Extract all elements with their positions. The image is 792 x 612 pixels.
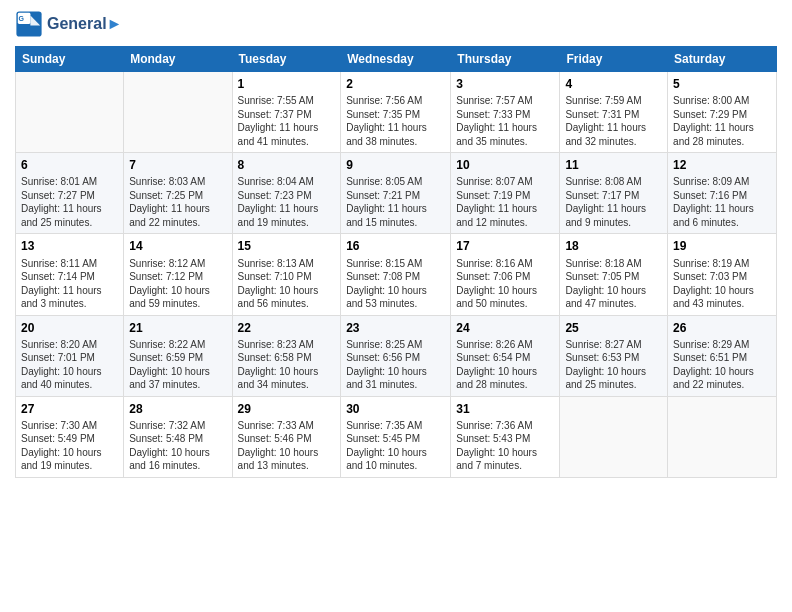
day-number: 18 [565,238,662,254]
day-number: 7 [129,157,226,173]
day-number: 22 [238,320,336,336]
weekday-header-wednesday: Wednesday [341,47,451,72]
day-info: Sunrise: 8:20 AM Sunset: 7:01 PM Dayligh… [21,338,118,392]
day-info: Sunrise: 7:30 AM Sunset: 5:49 PM Dayligh… [21,419,118,473]
day-info: Sunrise: 8:27 AM Sunset: 6:53 PM Dayligh… [565,338,662,392]
calendar-cell: 24Sunrise: 8:26 AM Sunset: 6:54 PM Dayli… [451,315,560,396]
calendar-week-1: 1Sunrise: 7:55 AM Sunset: 7:37 PM Daylig… [16,72,777,153]
day-number: 10 [456,157,554,173]
weekday-header-friday: Friday [560,47,668,72]
day-number: 24 [456,320,554,336]
calendar-cell: 4Sunrise: 7:59 AM Sunset: 7:31 PM Daylig… [560,72,668,153]
weekday-header-sunday: Sunday [16,47,124,72]
weekday-header-saturday: Saturday [668,47,777,72]
calendar-cell: 28Sunrise: 7:32 AM Sunset: 5:48 PM Dayli… [124,396,232,477]
day-number: 28 [129,401,226,417]
day-number: 15 [238,238,336,254]
logo-text: General► [47,15,122,33]
calendar-cell: 19Sunrise: 8:19 AM Sunset: 7:03 PM Dayli… [668,234,777,315]
calendar-cell: 27Sunrise: 7:30 AM Sunset: 5:49 PM Dayli… [16,396,124,477]
day-number: 9 [346,157,445,173]
day-number: 3 [456,76,554,92]
day-info: Sunrise: 8:05 AM Sunset: 7:21 PM Dayligh… [346,175,445,229]
day-number: 27 [21,401,118,417]
day-info: Sunrise: 7:57 AM Sunset: 7:33 PM Dayligh… [456,94,554,148]
calendar-week-2: 6Sunrise: 8:01 AM Sunset: 7:27 PM Daylig… [16,153,777,234]
day-info: Sunrise: 7:35 AM Sunset: 5:45 PM Dayligh… [346,419,445,473]
calendar-cell: 13Sunrise: 8:11 AM Sunset: 7:14 PM Dayli… [16,234,124,315]
day-number: 25 [565,320,662,336]
day-info: Sunrise: 8:03 AM Sunset: 7:25 PM Dayligh… [129,175,226,229]
header: G General► [15,10,777,38]
calendar-cell: 29Sunrise: 7:33 AM Sunset: 5:46 PM Dayli… [232,396,341,477]
calendar-cell: 11Sunrise: 8:08 AM Sunset: 7:17 PM Dayli… [560,153,668,234]
calendar-cell: 22Sunrise: 8:23 AM Sunset: 6:58 PM Dayli… [232,315,341,396]
day-number: 20 [21,320,118,336]
day-number: 21 [129,320,226,336]
calendar-cell [16,72,124,153]
calendar-cell: 23Sunrise: 8:25 AM Sunset: 6:56 PM Dayli… [341,315,451,396]
day-info: Sunrise: 7:36 AM Sunset: 5:43 PM Dayligh… [456,419,554,473]
day-number: 2 [346,76,445,92]
day-number: 17 [456,238,554,254]
day-number: 4 [565,76,662,92]
calendar-cell: 15Sunrise: 8:13 AM Sunset: 7:10 PM Dayli… [232,234,341,315]
day-info: Sunrise: 8:26 AM Sunset: 6:54 PM Dayligh… [456,338,554,392]
day-info: Sunrise: 7:55 AM Sunset: 7:37 PM Dayligh… [238,94,336,148]
day-info: Sunrise: 8:00 AM Sunset: 7:29 PM Dayligh… [673,94,771,148]
day-number: 5 [673,76,771,92]
calendar-cell: 17Sunrise: 8:16 AM Sunset: 7:06 PM Dayli… [451,234,560,315]
calendar-week-5: 27Sunrise: 7:30 AM Sunset: 5:49 PM Dayli… [16,396,777,477]
calendar-cell: 14Sunrise: 8:12 AM Sunset: 7:12 PM Dayli… [124,234,232,315]
day-number: 31 [456,401,554,417]
calendar-cell [560,396,668,477]
day-info: Sunrise: 7:56 AM Sunset: 7:35 PM Dayligh… [346,94,445,148]
day-info: Sunrise: 8:09 AM Sunset: 7:16 PM Dayligh… [673,175,771,229]
day-info: Sunrise: 8:19 AM Sunset: 7:03 PM Dayligh… [673,257,771,311]
day-info: Sunrise: 8:07 AM Sunset: 7:19 PM Dayligh… [456,175,554,229]
calendar-cell: 1Sunrise: 7:55 AM Sunset: 7:37 PM Daylig… [232,72,341,153]
calendar-cell [124,72,232,153]
day-number: 26 [673,320,771,336]
day-info: Sunrise: 8:01 AM Sunset: 7:27 PM Dayligh… [21,175,118,229]
weekday-header-monday: Monday [124,47,232,72]
calendar-cell: 10Sunrise: 8:07 AM Sunset: 7:19 PM Dayli… [451,153,560,234]
calendar-cell: 8Sunrise: 8:04 AM Sunset: 7:23 PM Daylig… [232,153,341,234]
day-info: Sunrise: 8:16 AM Sunset: 7:06 PM Dayligh… [456,257,554,311]
day-info: Sunrise: 7:33 AM Sunset: 5:46 PM Dayligh… [238,419,336,473]
day-number: 6 [21,157,118,173]
calendar-cell: 9Sunrise: 8:05 AM Sunset: 7:21 PM Daylig… [341,153,451,234]
calendar-cell: 2Sunrise: 7:56 AM Sunset: 7:35 PM Daylig… [341,72,451,153]
calendar-cell: 16Sunrise: 8:15 AM Sunset: 7:08 PM Dayli… [341,234,451,315]
calendar-cell: 12Sunrise: 8:09 AM Sunset: 7:16 PM Dayli… [668,153,777,234]
calendar-cell: 31Sunrise: 7:36 AM Sunset: 5:43 PM Dayli… [451,396,560,477]
logo-icon: G [15,10,43,38]
day-info: Sunrise: 8:13 AM Sunset: 7:10 PM Dayligh… [238,257,336,311]
day-number: 1 [238,76,336,92]
calendar-cell: 26Sunrise: 8:29 AM Sunset: 6:51 PM Dayli… [668,315,777,396]
day-info: Sunrise: 8:04 AM Sunset: 7:23 PM Dayligh… [238,175,336,229]
weekday-header-tuesday: Tuesday [232,47,341,72]
svg-text:G: G [19,15,25,22]
calendar-cell: 3Sunrise: 7:57 AM Sunset: 7:33 PM Daylig… [451,72,560,153]
calendar-cell [668,396,777,477]
day-info: Sunrise: 7:32 AM Sunset: 5:48 PM Dayligh… [129,419,226,473]
day-number: 8 [238,157,336,173]
day-number: 12 [673,157,771,173]
calendar-cell: 25Sunrise: 8:27 AM Sunset: 6:53 PM Dayli… [560,315,668,396]
calendar-cell: 30Sunrise: 7:35 AM Sunset: 5:45 PM Dayli… [341,396,451,477]
calendar-cell: 6Sunrise: 8:01 AM Sunset: 7:27 PM Daylig… [16,153,124,234]
calendar-week-3: 13Sunrise: 8:11 AM Sunset: 7:14 PM Dayli… [16,234,777,315]
day-number: 19 [673,238,771,254]
day-info: Sunrise: 8:25 AM Sunset: 6:56 PM Dayligh… [346,338,445,392]
day-number: 16 [346,238,445,254]
calendar-cell: 7Sunrise: 8:03 AM Sunset: 7:25 PM Daylig… [124,153,232,234]
day-number: 13 [21,238,118,254]
calendar-cell: 21Sunrise: 8:22 AM Sunset: 6:59 PM Dayli… [124,315,232,396]
calendar-week-4: 20Sunrise: 8:20 AM Sunset: 7:01 PM Dayli… [16,315,777,396]
day-number: 29 [238,401,336,417]
day-info: Sunrise: 8:08 AM Sunset: 7:17 PM Dayligh… [565,175,662,229]
weekday-header-row: SundayMondayTuesdayWednesdayThursdayFrid… [16,47,777,72]
day-info: Sunrise: 8:18 AM Sunset: 7:05 PM Dayligh… [565,257,662,311]
day-number: 30 [346,401,445,417]
